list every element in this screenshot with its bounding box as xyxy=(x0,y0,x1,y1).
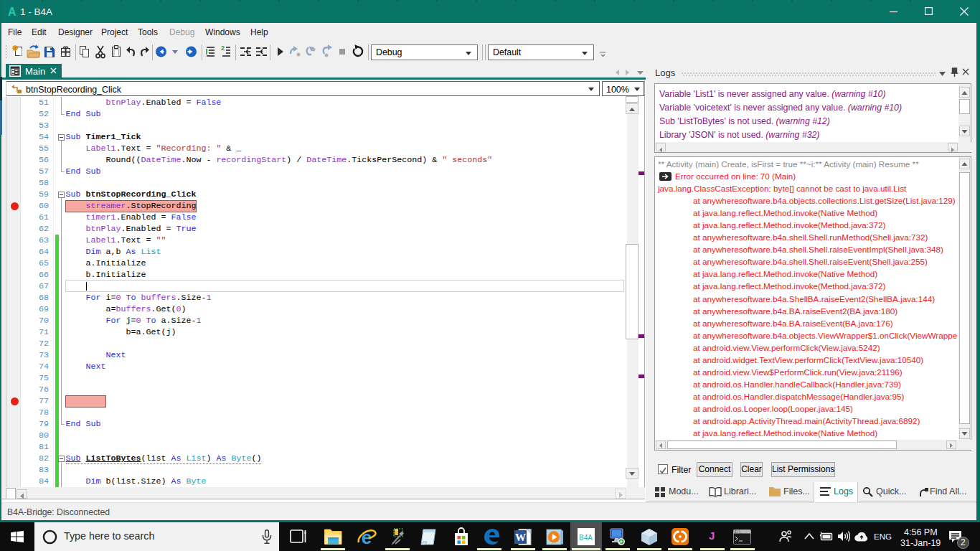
svg-text:W: W xyxy=(515,532,526,543)
svg-text:C:\_: C:\_ xyxy=(735,530,743,534)
